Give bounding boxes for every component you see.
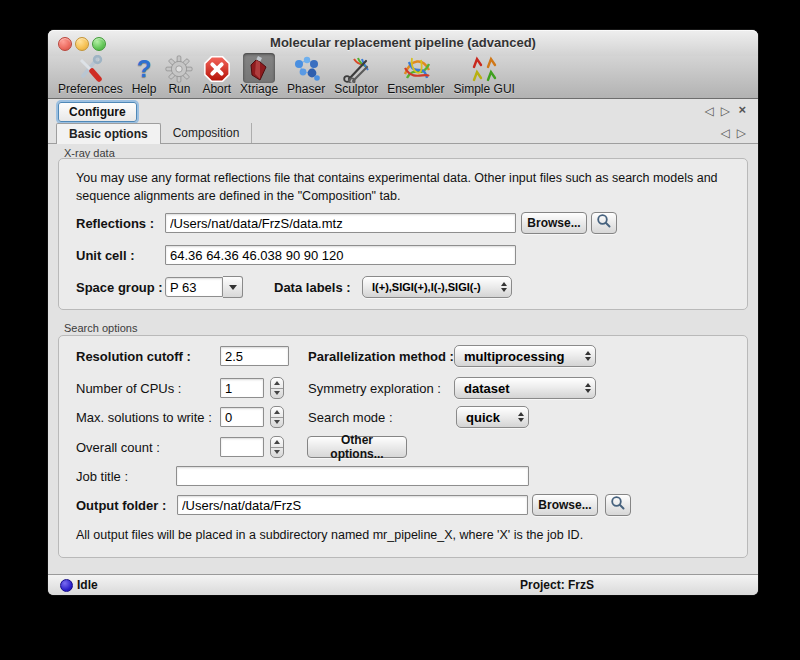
toolbar-item-sculptor[interactable]: Sculptor — [334, 55, 378, 96]
tab-composition[interactable]: Composition — [161, 123, 253, 143]
window-title: Molecular replacement pipeline (advanced… — [108, 35, 698, 50]
stepper-up[interactable] — [271, 437, 283, 448]
other-options-button[interactable]: Other options... — [307, 436, 407, 458]
unit-cell-input[interactable] — [165, 245, 516, 265]
close-window-button[interactable] — [58, 37, 72, 51]
toolbar-label: Preferences — [58, 83, 123, 96]
stepper-down[interactable] — [271, 418, 283, 428]
search-section-title: Search options — [64, 322, 137, 334]
crystal-icon — [243, 53, 275, 83]
unit-cell-label: Unit cell : — [76, 248, 135, 263]
overall-count-input[interactable] — [220, 437, 264, 457]
max-solutions-stepper[interactable] — [270, 406, 284, 428]
search-mode-popup[interactable]: quick — [456, 406, 529, 428]
title-bar[interactable]: Molecular replacement pipeline (advanced… — [48, 30, 758, 56]
status-bar: Idle Project: FrzS — [48, 574, 758, 595]
search-groupbox: Resolution cutoff : Parallelization meth… — [58, 335, 748, 558]
toolbar-item-xtriage[interactable]: Xtriage — [240, 53, 278, 96]
chevron-down-icon — [229, 285, 237, 290]
number-of-cpus-label: Number of CPUs : — [76, 381, 181, 396]
toolbar-label: Ensembler — [387, 83, 444, 96]
toolbar-item-abort[interactable]: Abort — [202, 55, 231, 96]
number-of-cpus-input[interactable] — [220, 378, 264, 398]
project-label: Project: FrzS — [520, 578, 594, 592]
output-note: All output files will be placed in a sub… — [76, 528, 583, 542]
magnifier-icon — [596, 213, 612, 233]
overall-count-stepper[interactable] — [270, 436, 284, 458]
status-text: Idle — [77, 578, 98, 592]
output-folder-input[interactable] — [177, 495, 528, 515]
toolbar-label: Abort — [202, 83, 231, 96]
tab-basic-options[interactable]: Basic options — [56, 123, 161, 144]
configure-panel: X-ray data You may use any format reflec… — [48, 144, 758, 575]
toolbar-item-ensembler[interactable]: Ensembler — [387, 55, 444, 96]
reflections-label: Reflections : — [76, 216, 154, 231]
stepper-down[interactable] — [271, 448, 283, 458]
toolbar-label: Phaser — [287, 83, 325, 96]
nav-back-icon[interactable]: ◁ — [705, 104, 714, 118]
output-folder-label: Output folder : — [76, 498, 166, 513]
status-dot-icon — [60, 579, 73, 592]
parallelization-method-popup[interactable]: multiprocessing — [454, 345, 596, 367]
job-title-label: Job title : — [76, 469, 128, 484]
toolbar-item-run[interactable]: Run — [165, 55, 193, 96]
tabs-forward-icon[interactable]: ▷ — [737, 126, 746, 140]
reflections-preview-button[interactable] — [591, 212, 617, 234]
parallelization-method-value: multiprocessing — [464, 349, 581, 364]
notebook-page-row: Configure ◁ ▷ × — [48, 100, 758, 123]
search-mode-label: Search mode : — [308, 410, 393, 425]
stepper-down[interactable] — [271, 389, 283, 399]
molecule-cluster-icon — [291, 55, 321, 83]
data-labels-popup[interactable]: I(+),SIGI(+),I(-),SIGI(-) — [362, 276, 512, 298]
resolution-cutoff-label: Resolution cutoff : — [76, 349, 191, 364]
tab-configure[interactable]: Configure — [58, 102, 137, 122]
stepper-up[interactable] — [271, 378, 283, 389]
toolbar-label: Sculptor — [334, 83, 378, 96]
toolbar-item-simple-gui[interactable]: Simple GUI — [454, 55, 515, 96]
toolbar-item-help[interactable]: ? Help — [132, 55, 157, 96]
up-down-arrows-icon — [585, 383, 591, 393]
number-of-cpus-stepper[interactable] — [270, 377, 284, 399]
scissors-icon — [341, 55, 371, 83]
tabs-row: Basic options Composition ◁ ▷ — [48, 123, 758, 144]
close-page-icon[interactable]: × — [738, 103, 746, 117]
reflections-browse-button[interactable]: Browse... — [521, 212, 587, 234]
mini-structures-icon — [469, 55, 499, 83]
output-folder-preview-button[interactable] — [605, 494, 631, 516]
minimize-window-button[interactable] — [75, 37, 89, 51]
space-group-label: Space group : — [76, 280, 163, 295]
max-solutions-label: Max. solutions to write : — [76, 410, 212, 425]
tabs-back-icon[interactable]: ◁ — [721, 126, 730, 140]
toolbar-label: Help — [132, 83, 157, 96]
ribbon-tangle-icon — [401, 55, 431, 83]
stop-x-icon — [203, 55, 231, 83]
toolbar: Preferences ? Help — [48, 56, 758, 99]
space-group-dropdown-button[interactable] — [223, 276, 243, 298]
tools-icon — [75, 55, 105, 83]
app-window: Molecular replacement pipeline (advanced… — [48, 30, 758, 595]
symmetry-exploration-label: Symmetry exploration : — [308, 381, 441, 396]
stepper-up[interactable] — [271, 407, 283, 418]
toolbar-item-preferences[interactable]: Preferences — [58, 55, 123, 96]
up-down-arrows-icon — [518, 412, 524, 422]
up-down-arrows-icon — [585, 351, 591, 361]
toolbar-label: Simple GUI — [454, 83, 515, 96]
nav-forward-icon[interactable]: ▷ — [721, 104, 730, 118]
xray-description-line2: sequence alignments are defined in the "… — [76, 187, 400, 205]
reflections-input[interactable] — [165, 213, 516, 233]
xray-groupbox: You may use any format reflections file … — [58, 158, 748, 310]
output-folder-browse-button[interactable]: Browse... — [532, 494, 598, 516]
xray-description-line1: You may use any format reflections file … — [76, 169, 718, 187]
search-mode-value: quick — [466, 410, 514, 425]
space-group-input[interactable] — [165, 277, 223, 297]
magnifier-icon — [610, 495, 626, 515]
parallelization-method-label: Parallelization method : — [308, 349, 454, 364]
job-title-input[interactable] — [176, 466, 529, 486]
zoom-window-button[interactable] — [92, 37, 106, 51]
resolution-cutoff-input[interactable] — [220, 346, 289, 366]
symmetry-exploration-popup[interactable]: dataset — [454, 377, 596, 399]
max-solutions-input[interactable] — [220, 407, 264, 427]
symmetry-exploration-value: dataset — [464, 381, 581, 396]
toolbar-item-phaser[interactable]: Phaser — [287, 55, 325, 96]
up-down-arrows-icon — [501, 282, 507, 292]
